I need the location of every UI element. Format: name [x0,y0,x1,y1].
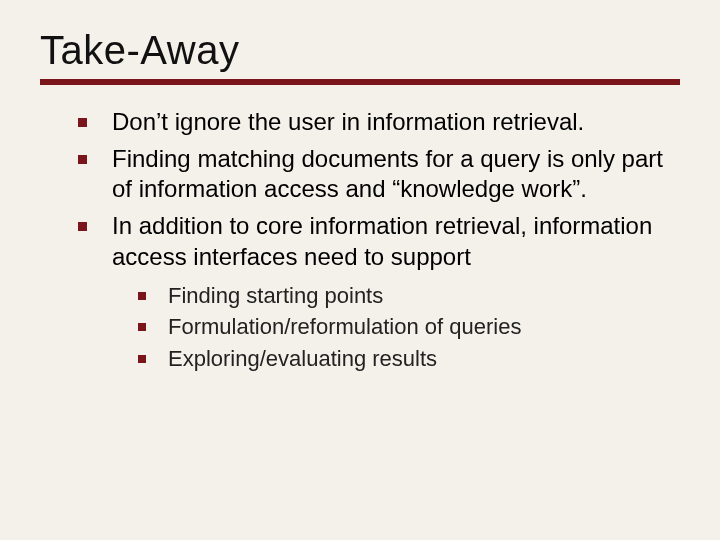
list-item: Don’t ignore the user in information ret… [78,107,680,138]
title-underline [40,79,680,85]
list-item: Finding matching documents for a query i… [78,144,680,205]
bullet-text: Exploring/evaluating results [168,346,437,371]
bullet-list: Don’t ignore the user in information ret… [40,107,680,374]
slide-title: Take-Away [40,28,680,73]
list-item: Formulation/reformulation of queries [138,312,680,342]
bullet-text: Finding matching documents for a query i… [112,145,663,203]
bullet-text: Formulation/reformulation of queries [168,314,521,339]
bullet-text: In addition to core information retrieva… [112,212,652,270]
bullet-text: Don’t ignore the user in information ret… [112,108,584,135]
sub-bullet-list: Finding starting points Formulation/refo… [112,281,680,374]
slide: Take-Away Don’t ignore the user in infor… [0,0,720,540]
list-item: Exploring/evaluating results [138,344,680,374]
list-item: Finding starting points [138,281,680,311]
bullet-text: Finding starting points [168,283,383,308]
list-item: In addition to core information retrieva… [78,211,680,374]
